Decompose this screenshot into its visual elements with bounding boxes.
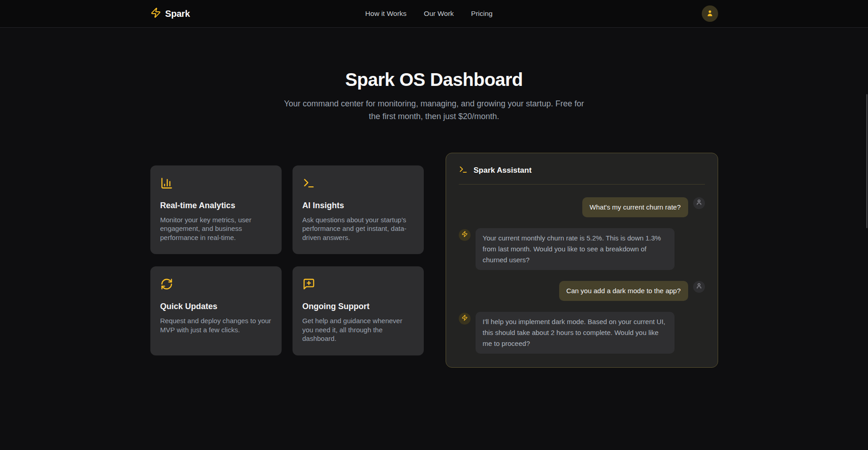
main-nav: How it Works Our Work Pricing xyxy=(365,10,492,18)
terminal-icon xyxy=(459,165,468,176)
nav-link-our-work[interactable]: Our Work xyxy=(424,10,454,18)
message-square-plus-icon xyxy=(303,278,414,290)
assistant-title: Spark Assistant xyxy=(474,166,532,175)
user-icon xyxy=(706,9,714,19)
feature-description: Get help and guidance whenever you need … xyxy=(303,316,414,343)
feature-title: Ongoing Support xyxy=(303,302,414,311)
feature-title: Quick Updates xyxy=(160,302,272,311)
feature-description: Request and deploy changes to your MVP w… xyxy=(160,316,272,334)
feature-card-ongoing-support: Ongoing Support Get help and guidance wh… xyxy=(293,266,424,355)
feature-card-realtime-analytics: Real-time Analytics Monitor your key met… xyxy=(150,165,282,255)
brand-logo[interactable]: Spark xyxy=(150,7,190,20)
zap-icon xyxy=(150,7,161,20)
assistant-message-bubble: Your current monthly churn rate is 5.2%.… xyxy=(476,228,675,270)
brand-name: Spark xyxy=(165,9,190,19)
spark-assistant-panel: Spark Assistant What's my current churn … xyxy=(446,153,718,368)
main-content: Real-time Analytics Monitor your key met… xyxy=(150,153,718,368)
page-subtitle: Your command center for monitoring, mana… xyxy=(280,97,589,123)
assistant-message: Your current monthly churn rate is 5.2%.… xyxy=(459,228,705,270)
user-avatar-button[interactable] xyxy=(702,5,718,22)
feature-grid: Real-time Analytics Monitor your key met… xyxy=(150,165,424,355)
hero-section: Spark OS Dashboard Your command center f… xyxy=(0,28,868,123)
top-nav: Spark How it Works Our Work Pricing xyxy=(0,0,868,28)
assistant-header: Spark Assistant xyxy=(459,165,705,185)
feature-description: Monitor your key metrics, user engagemen… xyxy=(160,215,272,242)
user-icon xyxy=(696,199,702,207)
user-message: What's my current churn rate? xyxy=(459,197,705,217)
feature-card-ai-insights: AI Insights Ask questions about your sta… xyxy=(293,165,424,255)
user-message-bubble: Can you add a dark mode to the app? xyxy=(559,281,688,301)
zap-icon xyxy=(461,231,468,239)
vertical-scrollbar-thumb[interactable] xyxy=(866,94,868,228)
terminal-icon xyxy=(303,177,414,190)
user-avatar xyxy=(693,281,705,293)
bar-chart-icon xyxy=(160,177,272,190)
feature-title: AI Insights xyxy=(303,201,414,210)
message-list: What's my current churn rate? xyxy=(459,197,705,354)
user-message: Can you add a dark mode to the app? xyxy=(459,281,705,301)
zap-icon xyxy=(461,315,468,323)
assistant-avatar xyxy=(459,313,471,325)
user-icon xyxy=(696,283,702,291)
page-title: Spark OS Dashboard xyxy=(0,70,868,90)
assistant-avatar xyxy=(459,229,471,241)
assistant-message: I'll help you implement dark mode. Based… xyxy=(459,312,705,354)
feature-title: Real-time Analytics xyxy=(160,201,272,210)
nav-link-how-it-works[interactable]: How it Works xyxy=(365,10,407,18)
assistant-message-bubble: I'll help you implement dark mode. Based… xyxy=(476,312,675,354)
feature-card-quick-updates: Quick Updates Request and deploy changes… xyxy=(150,266,282,355)
nav-link-pricing[interactable]: Pricing xyxy=(471,10,492,18)
feature-description: Ask questions about your startup's perfo… xyxy=(303,215,414,242)
refresh-icon xyxy=(160,278,272,290)
user-message-bubble: What's my current churn rate? xyxy=(582,197,688,217)
user-avatar xyxy=(693,197,705,209)
